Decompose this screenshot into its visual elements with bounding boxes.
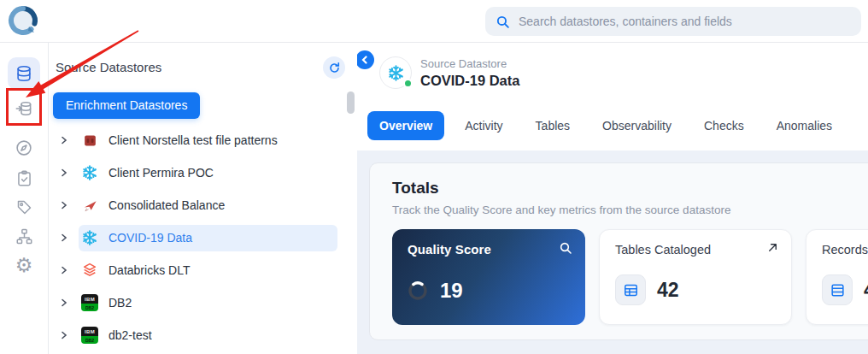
rows-icon [830, 282, 846, 298]
tree-row-client-permira[interactable]: Client Permira POC [49, 156, 346, 189]
search-input[interactable] [519, 15, 851, 28]
gear-icon: ⚙ [15, 256, 33, 275]
magnifier-icon[interactable] [559, 241, 572, 255]
chevron-right-icon[interactable] [60, 168, 68, 177]
tab-overview[interactable]: Overview [367, 111, 444, 140]
external-arrow-icon[interactable] [766, 241, 779, 254]
tree-row-db2[interactable]: IBMDB2 DB2 [49, 286, 346, 319]
panel-divider [346, 43, 357, 354]
rail-tags-button[interactable] [8, 191, 40, 223]
datastore-avatar [379, 56, 412, 89]
tree-row-client-norstella[interactable]: Client Norstella test file patterns [49, 124, 346, 156]
tree-row-label: COVID-19 Data [108, 231, 192, 245]
global-search [485, 7, 861, 36]
tab-activity[interactable]: Activity [453, 111, 514, 140]
rail-checks-button[interactable] [8, 162, 40, 194]
page-title: COVID-19 Data [420, 73, 519, 89]
main-content: Source Datastore COVID-19 Data Overview … [357, 43, 868, 354]
tree-row-label: DB2 [108, 296, 132, 310]
sitemap-icon [15, 227, 33, 245]
records-value: 43 [864, 279, 868, 302]
tree-row-label: Databricks DLT [108, 263, 190, 277]
chevron-left-icon [361, 56, 369, 64]
snowflake-icon [387, 64, 405, 82]
db2-icon: IBMDB2 [81, 294, 98, 311]
quality-score-card[interactable]: Quality Score 19 [392, 229, 585, 325]
tree-row-label: Consolidated Balance [108, 198, 225, 212]
tree-row-consolidated-balance[interactable]: Consolidated Balance [49, 189, 346, 221]
chevron-right-icon[interactable] [60, 136, 68, 145]
enrichment-datastore-icon [15, 99, 33, 118]
chevron-right-icon[interactable] [60, 331, 68, 339]
metric-cards: Quality Score 19 Tables Cataloged [392, 229, 868, 325]
enrichment-datastores-tooltip[interactable]: Enrichment Datastores [53, 92, 200, 119]
norstella-icon [81, 132, 98, 149]
rail-hierarchy-button[interactable] [8, 220, 40, 252]
collapse-panel-button[interactable] [357, 50, 374, 69]
icon-rail: ⚙ [0, 43, 49, 354]
tables-cataloged-value: 42 [657, 279, 679, 302]
app-window: ⚙ Source Datastores Enrichment Datastore… [0, 0, 868, 354]
totals-title: Totals [392, 179, 868, 198]
database-icon [15, 64, 33, 83]
databricks-icon [81, 262, 98, 279]
snowflake-icon [81, 164, 98, 181]
chevron-right-icon[interactable] [60, 266, 68, 274]
top-bar [0, 0, 868, 43]
records-icon-tile [822, 274, 853, 305]
tab-bar: Overview Activity Tables Observability C… [367, 111, 853, 140]
tree-row-covid19-data[interactable]: COVID-19 Data [49, 221, 346, 254]
datastore-header: Source Datastore COVID-19 Data Overview … [357, 43, 868, 150]
tab-checks[interactable]: Checks [692, 111, 756, 140]
consolidated-balance-icon [81, 197, 98, 214]
chevron-right-icon[interactable] [60, 298, 68, 307]
table-icon-tile [615, 274, 646, 305]
tree-row-label: Client Norstella test file patterns [108, 133, 278, 147]
chevron-right-icon[interactable] [60, 233, 68, 242]
source-datastores-panel: Source Datastores Enrichment Datastores … [49, 43, 346, 354]
refresh-button[interactable] [323, 56, 345, 79]
totals-section: Totals Track the Quality Score and key m… [369, 162, 868, 340]
search-icon [496, 15, 510, 29]
snowflake-icon [81, 229, 98, 246]
rail-settings-button[interactable]: ⚙ [8, 249, 40, 281]
tree-row-label: Client Permira POC [108, 166, 214, 180]
score-ring-icon [408, 280, 428, 301]
panel-resize-handle[interactable] [347, 91, 355, 114]
db2-icon: IBMDB2 [81, 327, 98, 344]
quality-score-label: Quality Score [408, 242, 570, 257]
tree-row-label: db2-test [108, 328, 152, 342]
tables-cataloged-card[interactable]: Tables Cataloged 42 [599, 229, 792, 325]
tables-cataloged-label: Tables Cataloged [615, 243, 776, 257]
datastore-kicker: Source Datastore [420, 57, 507, 70]
rail-enrichment-datastores-button[interactable] [8, 92, 40, 125]
status-dot [403, 79, 413, 88]
quality-score-value: 19 [440, 279, 463, 303]
tab-observability[interactable]: Observability [590, 111, 683, 140]
rail-explore-button[interactable] [8, 132, 40, 164]
tab-anomalies[interactable]: Anomalies [765, 111, 844, 140]
refresh-icon [328, 62, 341, 74]
chevron-right-icon[interactable] [60, 201, 68, 209]
records-card[interactable]: Records 43 [806, 229, 868, 325]
tab-tables[interactable]: Tables [524, 111, 582, 140]
records-label: Records [822, 243, 868, 257]
rail-source-datastores-button[interactable] [8, 57, 40, 90]
table-icon [623, 282, 639, 298]
compass-icon [15, 139, 33, 157]
clipboard-check-icon [15, 169, 33, 187]
tag-icon [15, 198, 33, 216]
panel-title: Source Datastores [56, 60, 161, 74]
totals-subtitle: Track the Quality Score and key metrics … [392, 204, 868, 216]
tree-row-databricks-dlt[interactable]: Databricks DLT [49, 254, 346, 286]
qualytics-logo-icon[interactable] [7, 4, 41, 38]
tree-row-db2-test[interactable]: IBMDB2 db2-test [49, 319, 346, 351]
datastore-tree: Client Norstella test file patterns Clie… [49, 124, 346, 351]
